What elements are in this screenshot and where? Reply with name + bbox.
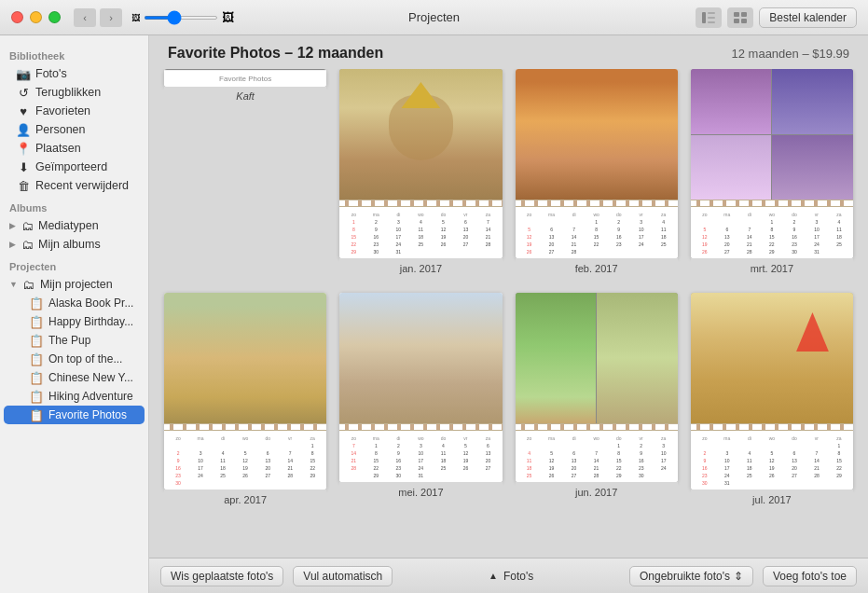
calendar-icon-3: 📋	[30, 352, 43, 365]
page-label-mrt: mrt. 2017	[691, 258, 853, 280]
library-section-label: Bibliotheek	[0, 43, 148, 64]
chevron-right-icon-2: ▶	[9, 240, 16, 249]
sidebar-item-plaatsen[interactable]: 📍 Plaatsen	[4, 139, 145, 158]
calendar-page-jan2017[interactable]: zomadiwodovrza 1234567 891011121314 1516…	[339, 69, 502, 280]
page-label-jun: jun. 2017	[516, 482, 678, 503]
bottom-bar: Wis geplaatste foto's Vul automatisch ▲ …	[149, 558, 868, 593]
projects-section-label: Projecten	[0, 254, 148, 275]
unused-photos-button[interactable]: Ongebruikte foto's ⇕	[629, 566, 753, 586]
sidebar-mijnprojecten-label: Mijn projecten	[40, 278, 113, 291]
add-photos-button[interactable]: Voeg foto's toe	[763, 566, 857, 586]
sidebar-item-favorieten[interactable]: ♥ Favorieten	[4, 102, 145, 120]
svg-rect-2	[708, 17, 715, 19]
content-area: Favorite Photos – 12 maanden 12 maanden …	[149, 35, 868, 593]
folder-icon-2: 🗂	[21, 238, 34, 251]
calendar-icon-5: 📋	[30, 390, 43, 403]
page-label-mei: mei. 2017	[339, 482, 502, 503]
sort-icon: ⇕	[734, 570, 743, 583]
calendar-page-jul2017[interactable]: zomadiwodovrza 1 2345678 9101112131415 1…	[691, 293, 853, 511]
calendar-page-feb2017[interactable]: zomadiwodovrza 1234 567891011 1213141516…	[516, 69, 678, 280]
sidebar-recent-label: Recent verwijderd	[35, 179, 129, 192]
sidebar-item-geimporteerd[interactable]: ⬇ Geïmporteerd	[4, 158, 145, 176]
bottom-center: ▲ Foto's	[402, 570, 620, 583]
minimize-button[interactable]	[30, 11, 42, 23]
maximize-button[interactable]	[48, 11, 61, 23]
sidebar-toggle-button[interactable]	[696, 7, 722, 28]
sidebar-item-thepup[interactable]: 📋 The Pup	[4, 331, 145, 350]
sidebar-item-chinese[interactable]: 📋 Chinese New Y...	[4, 368, 145, 387]
calendar-page-cover[interactable]: Favorite Photos Kaft	[164, 69, 326, 280]
window-title: Projecten	[408, 10, 460, 24]
cal-section-feb: zomadiwodovrza 1234 567891011 1213141516…	[516, 207, 678, 258]
cal-section-jul: zomadiwodovrza 1 2345678 9101112131415 1…	[691, 431, 853, 490]
sidebar-item-alaska[interactable]: 📋 Alaska Book Pr...	[4, 294, 145, 312]
sidebar-fotos-label: Foto's	[35, 67, 67, 80]
close-button[interactable]	[11, 11, 23, 23]
view-toggle-button[interactable]	[727, 7, 753, 28]
spiral-mrt	[691, 200, 853, 207]
sidebar-mediatypen-group[interactable]: ▶ 🗂 Mediatypen	[0, 216, 148, 235]
sidebar-favorieten-label: Favorieten	[35, 104, 90, 117]
page-label-feb: feb. 2017	[516, 258, 678, 280]
calendar-icon-2: 📋	[30, 334, 43, 347]
svg-rect-0	[702, 12, 706, 23]
sidebar-item-ontop[interactable]: 📋 On top of the...	[4, 350, 145, 368]
page-label-jan: jan. 2017	[339, 258, 502, 280]
zoom-slider[interactable]	[144, 16, 218, 20]
sidebar-alaska-label: Alaska Book Pr...	[48, 296, 133, 310]
page-label-apr: apr. 2017	[164, 490, 326, 511]
people-icon: 👤	[17, 123, 30, 136]
sidebar-item-birthday[interactable]: 📋 Happy Birthday...	[4, 312, 145, 331]
zoom-icon-small: 🖼	[131, 13, 140, 22]
sidebar: Bibliotheek 📷 Foto's ↺ Terugblikken ♥ Fa…	[0, 35, 149, 593]
clear-photos-button[interactable]: Wis geplaatste foto's	[160, 566, 283, 586]
bottom-right: Ongebruikte foto's ⇕ Voeg foto's toe	[629, 566, 857, 586]
folder-icon: 🗂	[21, 219, 34, 232]
calendar-icon-6: 📋	[30, 408, 43, 421]
sidebar-mediatypen-label: Mediatypen	[38, 219, 99, 232]
calendar-grid: Favorite Photos Kaft	[149, 69, 868, 558]
calendar-page-apr2017[interactable]: zomadiwodovrza 1 2345678 9101112131415 1…	[164, 293, 326, 511]
places-icon: 📍	[17, 142, 30, 155]
calendar-page-jun2017[interactable]: zomadiwodovrza 123 45678910 111213141516…	[516, 293, 678, 511]
spiral-jul	[691, 423, 853, 431]
trash-icon: 🗑	[17, 179, 30, 192]
sidebar-item-recent-verwijderd[interactable]: 🗑 Recent verwijderd	[4, 176, 145, 195]
sidebar-mijnalbums-label: Mijn albums	[38, 238, 101, 251]
titlebar-actions: Bestel kalender	[696, 7, 857, 28]
auto-fill-button[interactable]: Vul automatisch	[293, 566, 393, 586]
calendar-page-mei2017[interactable]: zomadiwodovrza 7123456 148910111213 2115…	[339, 293, 502, 511]
sidebar-item-fotos[interactable]: 📷 Foto's	[4, 64, 145, 83]
content-header: Favorite Photos – 12 maanden 12 maanden …	[149, 35, 868, 69]
forward-button[interactable]: ›	[100, 8, 122, 27]
memories-icon: ↺	[17, 86, 30, 99]
cal-section-mei: zomadiwodovrza 7123456 148910111213 2115…	[339, 431, 502, 482]
sidebar-item-terugblikken[interactable]: ↺ Terugblikken	[4, 83, 145, 102]
cal-section-jun: zomadiwodovrza 123 45678910 111213141516…	[516, 431, 678, 482]
sidebar-thepup-label: The Pup	[48, 334, 90, 347]
cal-section-apr: zomadiwodovrza 1 2345678 9101112131415 1…	[164, 431, 326, 490]
photos-center-label: Foto's	[503, 570, 533, 583]
calendar-page-mrt2017[interactable]: zomadiwodovrza 1234 567891011 1213141516…	[691, 69, 853, 280]
albums-section-label: Albums	[0, 195, 148, 216]
sidebar-ontop-label: On top of the...	[48, 352, 122, 365]
sidebar-item-favphotos[interactable]: 📋 Favorite Photos	[4, 406, 145, 424]
sidebar-plaatsen-label: Plaatsen	[35, 142, 81, 155]
sidebar-mijnalbums-group[interactable]: ▶ 🗂 Mijn albums	[0, 235, 148, 254]
cal-section-mrt: zomadiwodovrza 1234 567891011 1213141516…	[691, 207, 853, 258]
titlebar: ‹ › 🖼 🖼 Projecten Bestel kalender	[0, 0, 868, 35]
main-layout: Bibliotheek 📷 Foto's ↺ Terugblikken ♥ Fa…	[0, 35, 868, 593]
sidebar-item-personen[interactable]: 👤 Personen	[4, 120, 145, 139]
back-button[interactable]: ‹	[74, 8, 96, 27]
navigation-buttons: ‹ ›	[74, 8, 122, 27]
sidebar-item-hiking[interactable]: 📋 Hiking Adventure	[4, 387, 145, 406]
window-controls	[11, 11, 61, 23]
sidebar-birthday-label: Happy Birthday...	[48, 315, 133, 328]
order-calendar-button[interactable]: Bestel kalender	[759, 7, 857, 28]
chevron-down-icon: ▼	[9, 280, 18, 289]
sidebar-mijnprojecten-group[interactable]: ▼ 🗂 Mijn projecten	[0, 275, 148, 294]
svg-rect-3	[708, 21, 715, 23]
content-title: Favorite Photos – 12 maanden	[168, 45, 383, 62]
zoom-icon-large: 🖼	[222, 10, 234, 24]
calendar-icon-1: 📋	[30, 315, 43, 328]
